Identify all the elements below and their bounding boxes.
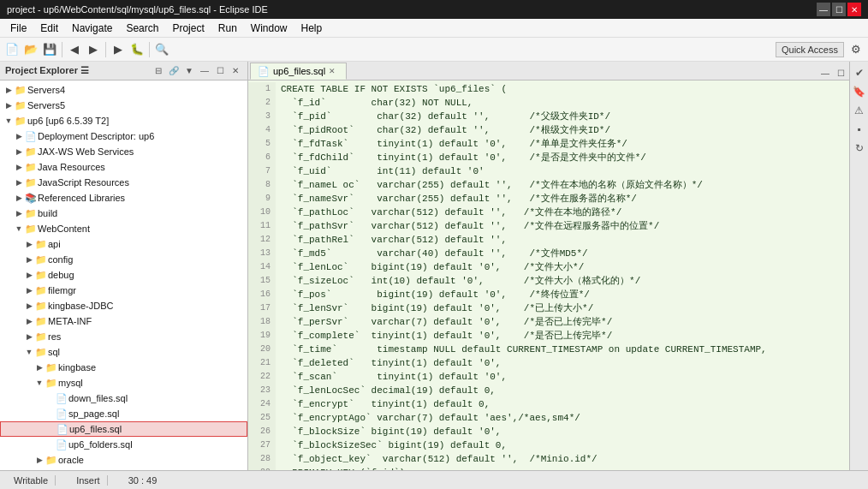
editor-min-button[interactable]: — [818, 66, 832, 80]
tree-item-js-res[interactable]: ▶ 📁 JavaScript Resources [0, 175, 247, 190]
tree-item-sp_page[interactable]: 📄 sp_page.sql [0, 406, 247, 421]
task-icon[interactable]: ✔ [852, 65, 867, 81]
bookmark-icon[interactable]: 🔖 [852, 84, 867, 99]
editor-tab-up6files[interactable]: 📄 up6_files.sql ✕ [250, 63, 347, 80]
tree-item-api[interactable]: ▶ 📁 api [0, 236, 247, 252]
tree-toggle-filemgr[interactable]: ▶ [24, 285, 34, 295]
panel-maximize-button[interactable]: ☐ [213, 64, 227, 78]
menu-edit[interactable]: Edit [33, 21, 65, 36]
toolbar-save[interactable]: 💾 [41, 41, 58, 58]
editor-max-button[interactable]: ☐ [834, 66, 847, 80]
console-icon[interactable]: ▪ [852, 122, 867, 137]
menu-project[interactable]: Project [165, 21, 211, 36]
tree-toggle-servers4[interactable]: ▶ [3, 85, 14, 95]
line-content-22: `f_scan` tinyint(1) default '0', [276, 370, 507, 384]
tree-toggle-up6[interactable]: ▼ [3, 116, 14, 126]
menu-search[interactable]: Search [119, 21, 165, 36]
tree-item-build[interactable]: ▶ 📁 build [0, 206, 247, 221]
tree-item-debug[interactable]: ▶ 📁 debug [0, 267, 247, 283]
tree-toggle-mysql[interactable]: ▼ [34, 378, 45, 388]
tree-item-oracle[interactable]: ▶ 📁 oracle [0, 452, 247, 468]
code-editor[interactable]: 1CREATE TABLE IF NOT EXISTS `up6_files` … [248, 81, 849, 470]
tree-toggle-kingbase-jdbc[interactable]: ▶ [24, 301, 34, 311]
code-line-26: 26 `f_blockSize` bigint(19) default '0', [248, 425, 849, 438]
tree-item-java-res[interactable]: ▶ 📁 Java Resources [0, 159, 247, 175]
tree-toggle-sp_page[interactable] [45, 408, 55, 419]
tree-icon-down_files: 📄 [55, 392, 68, 404]
menu-window[interactable]: Window [244, 21, 294, 36]
tab-close-button[interactable]: ✕ [329, 67, 336, 75]
progress-icon[interactable]: ↻ [852, 140, 867, 156]
tree-label-metainf: META-INF [48, 316, 92, 326]
tree-toggle-jaxws[interactable]: ▶ [14, 146, 24, 157]
tree-toggle-up6_files[interactable] [45, 424, 56, 434]
menu-navigate[interactable]: Navigate [65, 21, 119, 36]
tree-item-metainf[interactable]: ▶ 📁 META-INF [0, 313, 247, 329]
tree-toggle-down_files[interactable] [45, 393, 55, 403]
maximize-button[interactable]: ☐ [832, 3, 846, 16]
line-content-25: `f_encryptAgo` varchar(7) default 'aes',… [276, 411, 580, 425]
tree-toggle-build[interactable]: ▶ [14, 208, 24, 218]
toolbar-open[interactable]: 📂 [22, 41, 39, 58]
tree-item-up6_folders[interactable]: 📄 up6_folders.sql [0, 437, 247, 452]
left-panel: Project Explorer ☰ ⊟ 🔗 ▼ — ☐ ✕ ▶ 📁 Serve… [0, 62, 248, 470]
tree-toggle-kingbase[interactable]: ▶ [34, 362, 45, 373]
collapse-all-button[interactable]: ⊟ [152, 64, 165, 78]
toolbar-debug[interactable]: 🐛 [128, 41, 146, 58]
tree-item-up6[interactable]: ▼ 📁 up6 [up6 6.5.39 T2] [0, 113, 247, 128]
code-line-6: 6 `f_fdChild` tinyint(1) default '0', /*… [248, 151, 849, 164]
tree-item-deployment[interactable]: ▶ 📄 Deployment Descriptor: up6 [0, 128, 247, 144]
tree-toggle-java-res[interactable]: ▶ [14, 162, 24, 172]
panel-minimize-button[interactable]: — [198, 64, 211, 78]
menu-file[interactable]: File [3, 21, 33, 36]
tree-item-webcontent[interactable]: ▼ 📁 WebContent [0, 221, 247, 236]
close-button[interactable]: ✕ [847, 3, 861, 16]
tree-item-servers4[interactable]: ▶ 📁 Servers4 [0, 82, 247, 98]
tree-item-sql[interactable]: ▼ 📁 sql [0, 344, 247, 360]
tree-toggle-js-res[interactable]: ▶ [14, 177, 24, 188]
tree-item-kingbase-jdbc[interactable]: ▶ 📁 kingbase-JDBC [0, 298, 247, 313]
tree-item-config[interactable]: ▶ 📁 config [0, 252, 247, 267]
toolbar-back[interactable]: ◀ [66, 41, 83, 58]
tree-item-servers5[interactable]: ▶ 📁 Servers5 [0, 98, 247, 113]
tree-toggle-api[interactable]: ▶ [24, 239, 34, 249]
toolbar-search[interactable]: 🔍 [153, 41, 170, 58]
menu-run[interactable]: Run [211, 21, 244, 36]
code-line-2: 2 `f_id` char(32) NOT NULL, [248, 96, 849, 110]
panel-menu-button[interactable]: ▼ [182, 64, 196, 78]
tree-toggle-deployment[interactable]: ▶ [14, 131, 24, 141]
tree-toggle-config[interactable]: ▶ [24, 254, 34, 265]
tree-toggle-sql[interactable]: ▼ [24, 347, 34, 357]
tree-item-jaxws[interactable]: ▶ 📁 JAX-WS Web Services [0, 144, 247, 159]
tree-item-res[interactable]: ▶ 📁 res [0, 329, 247, 344]
tree-item-ref-libs[interactable]: ▶ 📚 Referenced Libraries [0, 190, 247, 206]
code-line-21: 21 `f_deleted` tinyint(1) default '0', [248, 356, 849, 370]
tree-toggle-metainf[interactable]: ▶ [24, 316, 34, 326]
tree-label-deployment: Deployment Descriptor: up6 [38, 131, 154, 141]
tree-toggle-debug[interactable]: ▶ [24, 270, 34, 280]
toolbar-fwd[interactable]: ▶ [85, 41, 102, 58]
line-number-18: 18 [248, 315, 276, 329]
tree-toggle-webcontent[interactable]: ▼ [14, 224, 24, 234]
problems-icon[interactable]: ⚠ [852, 103, 867, 118]
menu-help[interactable]: Help [294, 21, 330, 36]
tree-toggle-ref-libs[interactable]: ▶ [14, 193, 24, 203]
tree-item-mysql[interactable]: ▼ 📁 mysql [0, 375, 247, 391]
line-number-5: 5 [248, 137, 276, 151]
tree-toggle-oracle[interactable]: ▶ [34, 455, 45, 465]
panel-close-button[interactable]: ✕ [229, 64, 242, 78]
tree-item-filemgr[interactable]: ▶ 📁 filemgr [0, 283, 247, 298]
toolbar-run[interactable]: ▶ [110, 41, 127, 58]
minimize-button[interactable]: — [817, 3, 830, 16]
tree-item-down_files[interactable]: 📄 down_files.sql [0, 391, 247, 406]
tree-item-kingbase[interactable]: ▶ 📁 kingbase [0, 360, 247, 375]
toolbar-new[interactable]: 📄 [3, 41, 21, 58]
tree-item-up6_files[interactable]: 📄 up6_files.sql [0, 421, 247, 437]
project-tree[interactable]: ▶ 📁 Servers4 ▶ 📁 Servers5 ▼ 📁 up6 [up6 6… [0, 81, 247, 470]
tree-toggle-res[interactable]: ▶ [24, 331, 34, 342]
tree-toggle-up6_folders[interactable] [45, 439, 55, 450]
tree-item-postgresql[interactable]: ▶ 📁 postgresql [0, 468, 247, 470]
link-editor-button[interactable]: 🔗 [167, 64, 181, 78]
tree-toggle-servers5[interactable]: ▶ [3, 100, 14, 110]
toolbar-pref[interactable]: ⚙ [847, 41, 865, 58]
